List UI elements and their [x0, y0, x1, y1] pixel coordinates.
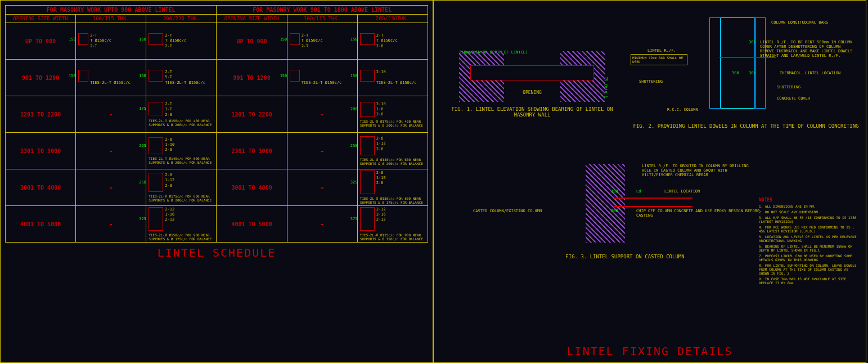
fig2-300c: 300 [749, 71, 756, 75]
schedule-table: FOR MASONRY WORK UPTO 900 ABOVE LINTEL F… [5, 5, 428, 243]
fig3-casted: CASTED COLUMN/EXISTING COLUMN [473, 209, 542, 213]
fig2-longbars: COLUMN LONGITUDINAL BARS [771, 20, 828, 25]
title-fixing: LINTEL FIXING DETAILS [434, 344, 866, 358]
fig3-column [586, 164, 625, 243]
row-label: 1201 TO 2200 [6, 96, 76, 133]
fig2: COLUMN LONGITUDINAL BARS LINTEL R./F. MI… [631, 17, 861, 129]
note-item: 2. DO NOT SCALE ANY DIMENSION [759, 210, 860, 214]
fig2-column [721, 17, 755, 109]
diag-cell: 3752-123-162-12TIES-2L-8 Ø125c/c FOR 900… [357, 206, 428, 243]
fig2-drawing: COLUMN LONGITUDINAL BARS LINTEL R./F. MI… [631, 17, 850, 119]
diag-cell: 3252-81-162-8TIES-2L-8 Ø150c/c FOR 600 N… [357, 169, 428, 206]
row-label: 3001 TO 4000 [217, 169, 287, 206]
notes-title: NOTES [759, 198, 860, 203]
drawing-sheet: FOR MASONRY WORK UPTO 900 ABOVE LINTEL F… [0, 0, 868, 363]
fig2-shutter-l [709, 17, 721, 109]
fig2-bent: LINTEL R./F. TO BE BENT 500mm IN COLUMN … [760, 40, 856, 58]
diag-cell: - [76, 169, 146, 206]
fig2-shutter-r [754, 17, 766, 109]
col-thk2-r: 200/230THK. [357, 15, 428, 23]
diag-cell: 1502-10 TIES-2L-T Ø150c/c [357, 60, 428, 96]
col-thk2-l: 200/230 THK. [146, 15, 217, 23]
fig2-rcc: R.C.C. COLUMN [667, 107, 698, 112]
diag-cell: 1502-TT Ø150c/c2-T [287, 23, 357, 60]
fig3-200: 200 [611, 209, 618, 213]
row-label: 2301 TO 3000 [217, 133, 287, 169]
fig3-rebar1 [614, 198, 692, 199]
fig2-thermacol: THERMACOL [780, 71, 801, 75]
fig3: LINTEL R./F. TO GROUTED IN COLUMN BY DRI… [467, 164, 782, 259]
row-label: 2301 TO 3000 [6, 133, 76, 169]
fig2-minbox: MINIMUM 12mm BAR SHALL BE USED [631, 54, 687, 65]
note-item: 1. ALL DIMENSIONS ARE IN MM. [759, 204, 860, 208]
fig1-drawing: OPENING 75 (min.) [459, 51, 605, 102]
fig2-300a: 300 [749, 40, 756, 44]
row-label: 3001 TO 4000 [6, 169, 76, 206]
fig2-lintelloc: LINTEL LOCATION [805, 71, 840, 75]
fig2-300b: 300 [732, 71, 739, 75]
diag-cell: 1502-TT Ø150c/c2-T [76, 23, 146, 60]
fig1-opening: OPENING [505, 90, 559, 95]
diag-cell: 1752-T1-T2-8TIES-2L-T Ø150c/c FOR 400 NE… [146, 96, 217, 133]
row-label: UP TO 900 [217, 23, 287, 60]
diag-cell: 150 TIES-2L-T Ø150c/c [76, 60, 146, 96]
fig3-chip: CHIP OFF COLUMN CONCRETE AND USE EPOXY R… [636, 209, 760, 218]
fig1: 250mm(MIN OR DEPTH OF LINTEL) OPENING 75… [442, 51, 622, 118]
fig1-caption: FIG. 1. LINTEL ELEVATION SHOWING BEARING… [442, 106, 622, 118]
note-item: 9. IN CASE 7mm BAR IS NOT AVAILABLE AT S… [759, 277, 860, 285]
row-label: 1201 TO 2200 [217, 96, 287, 133]
fig2-shuttering: SHUTTERING [639, 79, 663, 84]
fig3-grout: LINTEL R./F. TO GROUTED IN COLUMN BY DRI… [642, 164, 754, 177]
diag-cell: 2502-81-122-8TIES-2L-8 Ø175c/c FOR 600 N… [146, 169, 217, 206]
diag-cell: - [287, 96, 357, 133]
diag-cell: 1502-TT Ø150c/c2-T [146, 23, 217, 60]
fig3-rebar2 [614, 206, 692, 207]
row-label: UP TO 900 [6, 23, 76, 60]
diag-cell: 1502-TT Ø150c/c2-8 [357, 23, 428, 60]
diag-cell: 150 TIES-2L-T Ø150c/c [287, 60, 357, 96]
diag-cell: - [76, 96, 146, 133]
note-item: 7. PRECAST LINTEL CAN BE USED BY ADOPTIN… [759, 254, 860, 262]
row-label: 4001 TO 5000 [217, 206, 287, 243]
diag-cell: - [287, 206, 357, 243]
diag-cell: - [76, 133, 146, 169]
row-label: 4001 TO 5000 [6, 206, 76, 243]
right-header: FOR MASONRY WORK 901 TO 1800 ABOVE LINTE… [217, 6, 428, 15]
note-item: 5. LOCATION AND LEVELS OF LINTEL AS PER … [759, 235, 860, 243]
fig2-caption: FIG. 2. PROVIDING LINTEL DOWELS IN COLUM… [631, 123, 861, 129]
note-item: 4. FOR RCC WORKS USE MIX M20 CONFORMING … [759, 225, 860, 233]
row-label: 901 TO 1200 [6, 60, 76, 96]
fixing-details-panel: 250mm(MIN OR DEPTH OF LINTEL) OPENING 75… [433, 0, 866, 363]
diag-cell: 1502-T5-TTIES-2L-T Ø150c/c [146, 60, 217, 96]
fig2-shuttering2: SHUTTERING [777, 85, 800, 89]
diag-cell: 2502-81-122-8TIES-2L-8 Ø140c/c FOR 600 N… [357, 133, 428, 169]
fig3-caption: FIG. 3. LINTEL SUPPORT ON CASTED COLUMN [467, 254, 782, 259]
note-item: 3. ALL R/F SHALL BE FE 415 CONFORMING TO… [759, 216, 860, 223]
row-label: 901 TO 1200 [217, 60, 287, 96]
diag-cell: 2252-81-102-8TIES-2L-T Ø140c/c FOR 600 N… [146, 133, 217, 169]
left-header: FOR MASONRY WORK UPTO 900 ABOVE LINTEL [6, 6, 217, 15]
fig2-concrete: CONCRETE COVER [777, 96, 810, 101]
diag-cell: - [287, 133, 357, 169]
col-thk1-r: 100/115 THK. [287, 15, 357, 23]
diag-cell: 3252-121-162-12TIES-2L-8 Ø150c/c FOR 900… [146, 206, 217, 243]
lintel-schedule-panel: FOR MASONRY WORK UPTO 900 ABOVE LINTEL F… [0, 0, 433, 363]
note-item: 6. BEARING OF LINTEL SHALL BE MINIMUM 15… [759, 244, 860, 252]
diag-cell: 2002-101-82-8TIES-2L-8 Ø175c/c FOR 400 N… [357, 96, 428, 133]
notes-block: NOTES 1. ALL DIMENSIONS ARE IN MM.2. DO … [759, 198, 860, 285]
fig3-lintelloc: LINTEL LOCATION [664, 189, 700, 194]
fig1-lintel [470, 65, 594, 80]
note-item: 8. FOR LINTEL SUPPORTING ON COLUMN, LEAV… [759, 263, 860, 275]
col-width-r: OPENING SIZE WIDTH [217, 15, 287, 23]
title-schedule: LINTEL SCHEDULE [5, 246, 428, 259]
diag-cell: - [287, 169, 357, 206]
col-thk1-l: 100/115 THK. [76, 15, 146, 23]
fig3-ld: Ld [636, 189, 641, 194]
diag-cell: - [76, 206, 146, 243]
fig3-150: 150 [611, 189, 618, 194]
fig2-lintelrf: LINTEL R./F. [647, 48, 676, 53]
fig1-dim2: 75 (min.) [604, 77, 608, 98]
fig3-drawing: LINTEL R./F. TO GROUTED IN COLUMN BY DRI… [512, 164, 737, 243]
col-width-l: OPENING SIZE WIDTH [6, 15, 76, 23]
